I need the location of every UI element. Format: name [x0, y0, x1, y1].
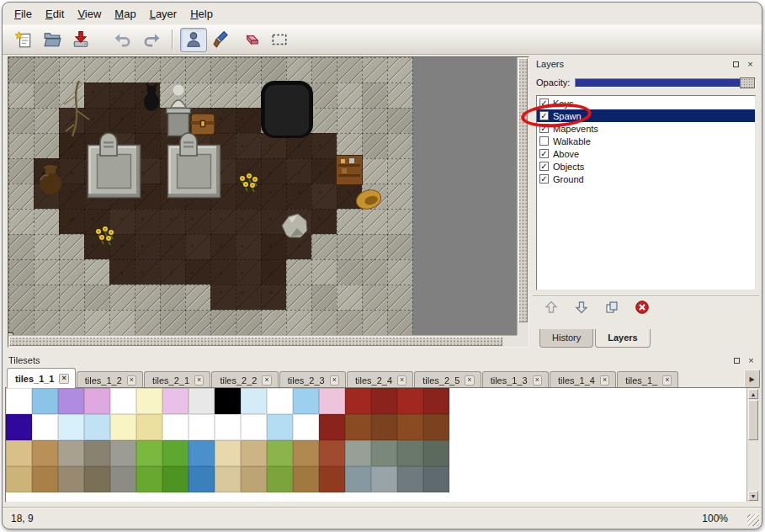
tileset-tile[interactable]	[345, 440, 371, 466]
tileset-tile[interactable]	[6, 388, 32, 414]
tileset-tile[interactable]	[241, 388, 267, 414]
layer-row-ground[interactable]: ✓Ground	[537, 173, 755, 185]
new-file-button[interactable]	[10, 28, 37, 52]
tileset-tab-tiles_1_3[interactable]: tiles_1_3×	[482, 371, 549, 388]
opacity-slider[interactable]	[575, 78, 756, 88]
tileset-tile[interactable]	[136, 414, 162, 440]
panel-tab-history[interactable]: History	[539, 329, 593, 348]
tileset-tile[interactable]	[371, 440, 397, 466]
brush-tool-button[interactable]	[209, 28, 236, 52]
close-tab-icon[interactable]: ×	[662, 375, 672, 386]
tileset-tile[interactable]	[267, 388, 293, 414]
tileset-tile[interactable]	[345, 388, 371, 414]
tileset-tile[interactable]	[32, 388, 58, 414]
scroll-down-button[interactable]: ▼	[748, 491, 758, 501]
tileset-tile[interactable]	[189, 414, 215, 440]
tileset-tile[interactable]	[423, 466, 449, 492]
tileset-tile[interactable]	[319, 466, 345, 492]
map-canvas[interactable]	[8, 57, 517, 335]
undo-button[interactable]	[109, 28, 136, 52]
tileset-tile[interactable]	[162, 414, 189, 440]
tileset-tile[interactable]	[215, 388, 241, 414]
tileset-tile[interactable]	[58, 414, 84, 440]
eraser-tool-button[interactable]	[237, 28, 264, 52]
close-tab-icon[interactable]: ×	[59, 374, 68, 384]
tileset-tile[interactable]	[32, 440, 58, 466]
close-panel-icon[interactable]: ×	[745, 59, 756, 70]
tileset-tile[interactable]	[397, 414, 423, 440]
tileset-tile[interactable]	[32, 414, 58, 440]
open-button[interactable]	[39, 28, 66, 52]
map-vertical-scroll-thumb[interactable]	[518, 58, 528, 322]
tileset-tile[interactable]	[423, 440, 449, 466]
close-tab-icon[interactable]: ×	[127, 375, 136, 386]
tileset-tile[interactable]	[136, 388, 162, 414]
map-vertical-scrollbar[interactable]	[517, 57, 529, 335]
resize-grip[interactable]	[747, 514, 759, 526]
tileset-tile[interactable]	[241, 414, 267, 440]
tileset-tile[interactable]	[241, 440, 267, 466]
tileset-tile[interactable]	[319, 414, 345, 440]
tileset-tile[interactable]	[397, 466, 423, 492]
layer-visibility-checkbox[interactable]: ✓	[539, 98, 549, 108]
redo-button[interactable]	[138, 28, 165, 52]
tileset-tile[interactable]	[6, 440, 32, 466]
tileset-tile[interactable]	[32, 466, 58, 492]
tileset-tile[interactable]	[110, 440, 136, 466]
tileset-tile[interactable]	[189, 388, 215, 414]
tileset-tile[interactable]	[110, 466, 136, 492]
tileset-tile[interactable]	[241, 466, 267, 492]
delete-layer-button[interactable]	[632, 298, 652, 317]
tileset-tab-tiles_2_5[interactable]: tiles_2_5×	[414, 371, 481, 388]
opacity-slider-handle[interactable]	[740, 77, 755, 88]
layer-visibility-checkbox[interactable]: ✓	[539, 174, 549, 184]
tileset-tile[interactable]	[397, 388, 423, 414]
tileset-tile[interactable]	[6, 466, 32, 492]
tileset-tile[interactable]	[319, 440, 345, 466]
tileset-tile[interactable]	[293, 466, 319, 492]
tileset-tile[interactable]	[371, 388, 397, 414]
tileset-scrollbar[interactable]: ▲ ▼	[746, 388, 759, 502]
tileset-tab-tiles_2_2[interactable]: tiles_2_2×	[211, 371, 278, 388]
close-tab-icon[interactable]: ×	[330, 375, 339, 386]
layer-visibility-checkbox[interactable]: ✓	[539, 149, 549, 158]
close-tab-icon[interactable]: ×	[194, 375, 204, 386]
close-tab-icon[interactable]: ×	[465, 375, 474, 386]
layer-visibility-checkbox[interactable]: ✓	[539, 111, 549, 120]
lower-layer-button[interactable]	[571, 298, 592, 317]
tileset-tile[interactable]	[293, 388, 319, 414]
float-tilesets-icon[interactable]	[731, 355, 742, 366]
close-tab-icon[interactable]: ×	[600, 375, 609, 386]
layer-row-keys[interactable]: ✓Keys	[537, 97, 755, 109]
tileset-tab-tiles_2_4[interactable]: tiles_2_4×	[347, 371, 413, 388]
close-tilesets-icon[interactable]: ×	[746, 355, 757, 366]
tileset-tile[interactable]	[371, 414, 397, 440]
map-horizontal-scroll-thumb[interactable]	[9, 337, 502, 346]
tileset-tile[interactable]	[293, 440, 319, 466]
tileset-tile[interactable]	[110, 414, 136, 440]
tileset-tile[interactable]	[84, 414, 110, 440]
tileset-tile[interactable]	[58, 440, 84, 466]
select-tool-button[interactable]	[266, 28, 293, 52]
tileset-tile[interactable]	[84, 388, 110, 414]
tileset-tab-tiles_1_[interactable]: tiles_1_×	[617, 371, 678, 388]
scroll-up-button[interactable]: ▲	[748, 389, 758, 399]
layer-visibility-checkbox[interactable]: ✓	[539, 124, 549, 133]
close-tab-icon[interactable]: ×	[533, 375, 542, 386]
tileset-tile[interactable]	[423, 388, 449, 414]
tileset-tab-tiles_1_4[interactable]: tiles_1_4×	[550, 371, 616, 388]
close-tab-icon[interactable]: ×	[262, 375, 271, 386]
close-tab-icon[interactable]: ×	[397, 375, 406, 386]
tileset-tile[interactable]	[189, 466, 215, 492]
tileset-tile[interactable]	[423, 414, 449, 440]
tileset-tile[interactable]	[162, 440, 189, 466]
tileset-tile[interactable]	[84, 440, 110, 466]
tileset-tile[interactable]	[267, 440, 293, 466]
layer-row-walkable[interactable]: Walkable	[537, 135, 755, 147]
tileset-tile[interactable]	[345, 466, 371, 492]
tileset-tile[interactable]	[189, 440, 215, 466]
tileset-tab-tiles_2_1[interactable]: tiles_2_1×	[144, 371, 210, 388]
tileset-scroll-thumb[interactable]	[748, 400, 758, 440]
menu-edit[interactable]: Edit	[39, 5, 71, 23]
menu-layer[interactable]: Layer	[143, 5, 184, 23]
